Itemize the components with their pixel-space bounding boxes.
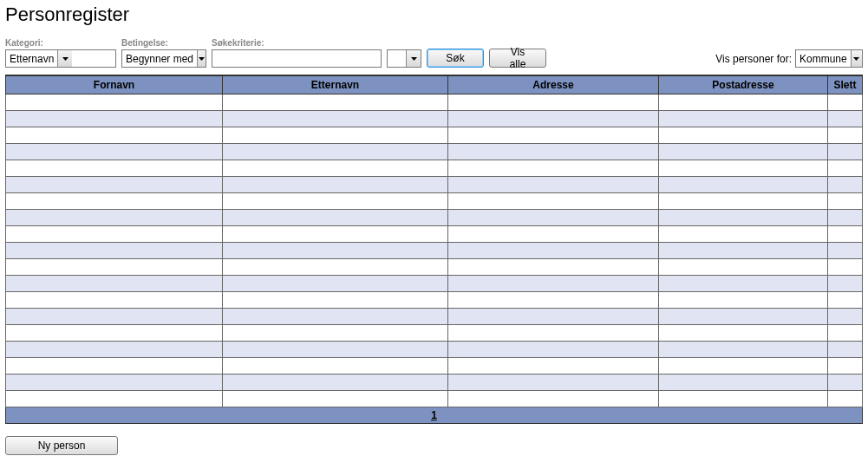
cell-postadresse — [659, 243, 828, 259]
new-person-button[interactable]: Ny person — [5, 436, 118, 455]
page-number[interactable]: 1 — [431, 409, 437, 421]
table-header-row: Fornavn Etternavn Adresse Postadresse Sl… — [6, 75, 863, 94]
chevron-down-icon — [197, 50, 206, 67]
cell-slett — [828, 276, 863, 292]
cell-adresse — [448, 292, 659, 309]
table-row[interactable] — [6, 375, 863, 391]
cell-adresse — [448, 391, 659, 407]
table-row[interactable] — [6, 358, 863, 375]
table-row[interactable] — [6, 309, 863, 325]
svg-marker-0 — [62, 57, 69, 61]
table-row[interactable] — [6, 325, 863, 342]
filter-select[interactable]: Kommune — [795, 49, 863, 68]
cell-etternavn — [223, 94, 448, 111]
cell-adresse — [448, 276, 659, 292]
col-slett[interactable]: Slett — [828, 75, 863, 94]
kategori-select[interactable]: Etternavn — [5, 49, 116, 68]
table-row[interactable] — [6, 243, 863, 259]
cell-fornavn — [6, 292, 223, 309]
table-row[interactable] — [6, 144, 863, 160]
col-postadresse[interactable]: Postadresse — [659, 75, 828, 94]
cell-adresse — [448, 342, 659, 358]
table-row[interactable] — [6, 193, 863, 210]
cell-etternavn — [223, 342, 448, 358]
kriterie-label: Søkekriterie: — [212, 38, 382, 48]
cell-etternavn — [223, 259, 448, 276]
svg-marker-1 — [199, 57, 205, 61]
cell-adresse — [448, 127, 659, 144]
cell-etternavn — [223, 177, 448, 193]
cell-fornavn — [6, 391, 223, 407]
cell-adresse — [448, 144, 659, 160]
cell-etternavn — [223, 391, 448, 407]
cell-etternavn — [223, 276, 448, 292]
filter-label: Vis personer for: — [715, 53, 792, 65]
cell-fornavn — [6, 243, 223, 259]
cell-slett — [828, 94, 863, 111]
chevron-down-icon — [851, 50, 862, 67]
kategori-group: Kategori: Etternavn — [5, 38, 116, 68]
cell-fornavn — [6, 325, 223, 342]
cell-adresse — [448, 243, 659, 259]
chevron-down-icon — [57, 50, 72, 67]
cell-etternavn — [223, 144, 448, 160]
cell-etternavn — [223, 193, 448, 210]
col-etternavn[interactable]: Etternavn — [223, 75, 448, 94]
cell-etternavn — [223, 243, 448, 259]
cell-adresse — [448, 193, 659, 210]
cell-etternavn — [223, 160, 448, 177]
cell-fornavn — [6, 342, 223, 358]
cell-etternavn — [223, 127, 448, 144]
col-fornavn[interactable]: Fornavn — [6, 75, 223, 94]
cell-fornavn — [6, 375, 223, 391]
table-row[interactable] — [6, 292, 863, 309]
table-row[interactable] — [6, 160, 863, 177]
show-all-button[interactable]: Vis alle — [489, 49, 546, 68]
page-title: Personregister — [5, 3, 863, 26]
cell-slett — [828, 226, 863, 243]
table-pager: 1 — [5, 407, 863, 424]
table-row[interactable] — [6, 127, 863, 144]
table-row[interactable] — [6, 391, 863, 407]
cell-fornavn — [6, 226, 223, 243]
table-row[interactable] — [6, 276, 863, 292]
cell-slett — [828, 144, 863, 160]
betingelse-value: Begynner med — [122, 50, 197, 67]
cell-slett — [828, 309, 863, 325]
table-row[interactable] — [6, 111, 863, 127]
cell-slett — [828, 210, 863, 226]
cell-adresse — [448, 94, 659, 111]
table-row[interactable] — [6, 210, 863, 226]
person-table: Fornavn Etternavn Adresse Postadresse Sl… — [5, 75, 863, 407]
table-row[interactable] — [6, 259, 863, 276]
search-input[interactable] — [212, 49, 382, 68]
cell-postadresse — [659, 144, 828, 160]
cell-slett — [828, 111, 863, 127]
cell-fornavn — [6, 259, 223, 276]
cell-postadresse — [659, 94, 828, 111]
search-button[interactable]: Søk — [427, 49, 484, 68]
extra-select-value — [388, 50, 406, 67]
cell-postadresse — [659, 160, 828, 177]
cell-etternavn — [223, 325, 448, 342]
svg-marker-3 — [853, 57, 859, 61]
table-row[interactable] — [6, 177, 863, 193]
cell-postadresse — [659, 358, 828, 375]
cell-adresse — [448, 358, 659, 375]
cell-postadresse — [659, 375, 828, 391]
cell-postadresse — [659, 325, 828, 342]
table-row[interactable] — [6, 226, 863, 243]
table-row[interactable] — [6, 94, 863, 111]
betingelse-label: Betingelse: — [121, 38, 206, 48]
cell-slett — [828, 375, 863, 391]
cell-postadresse — [659, 226, 828, 243]
cell-postadresse — [659, 127, 828, 144]
table-row[interactable] — [6, 342, 863, 358]
cell-postadresse — [659, 309, 828, 325]
cell-slett — [828, 193, 863, 210]
betingelse-select[interactable]: Begynner med — [121, 49, 206, 68]
extra-select[interactable] — [387, 49, 421, 68]
search-bar: Kategori: Etternavn Betingelse: Begynner… — [5, 38, 863, 68]
cell-adresse — [448, 111, 659, 127]
col-adresse[interactable]: Adresse — [448, 75, 659, 94]
